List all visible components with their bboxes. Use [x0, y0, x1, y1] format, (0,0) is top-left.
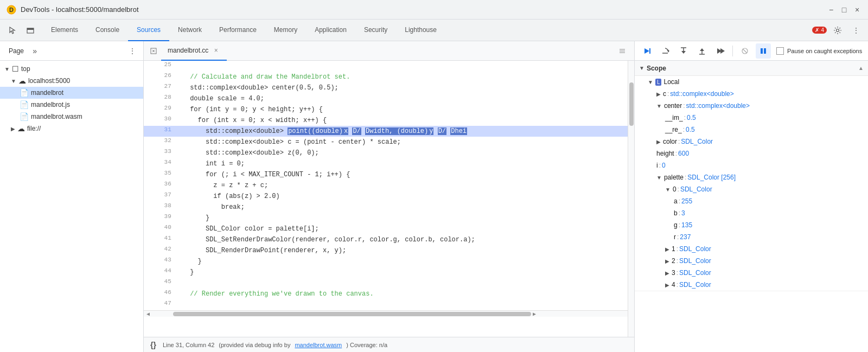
scope-item-height-row[interactable]: height : 600	[635, 148, 868, 159]
tab-network[interactable]: Network	[169, 20, 210, 41]
resume-button[interactable]	[639, 43, 654, 59]
tree-item-mandelbrot-js[interactable]: 📄 mandelbrot.js	[0, 99, 143, 111]
page-tab[interactable]: Page	[4, 45, 28, 57]
scope-local-row[interactable]: ▼ L Local	[635, 76, 868, 87]
line-num-38[interactable]: 38	[144, 202, 180, 213]
scope-item-c-row[interactable]: ▶ c : std::complex<double>	[635, 88, 868, 99]
line-num-36[interactable]: 36	[144, 180, 180, 191]
minimize-button[interactable]: −	[827, 5, 835, 14]
tab-elements[interactable]: Elements	[42, 20, 87, 41]
scope-item-palette-1-row[interactable]: ▶ 1 : SDL_Color	[635, 244, 868, 254]
cursor-icon[interactable]	[4, 23, 20, 38]
tree-arrow-top: ▼	[4, 66, 10, 72]
editor-tab-close-button[interactable]: ×	[212, 46, 220, 55]
editor-panel: mandelbrot.cc × 25 26	[144, 41, 635, 352]
line-num-25[interactable]: 25	[144, 61, 180, 72]
scroll-h-thumb[interactable]	[173, 312, 531, 316]
scope-item-r-row[interactable]: r : 237	[635, 232, 868, 242]
tree-item-localhost[interactable]: ▼ ☁ localhost:5000	[0, 75, 143, 87]
scope-item-b-row[interactable]: b : 3	[635, 208, 868, 219]
scope-item-center-row[interactable]: ▼ center : std::complex<double>	[635, 100, 868, 111]
tree-label-js: mandelbrot.js	[31, 101, 70, 108]
tab-sources[interactable]: Sources	[128, 20, 169, 41]
tree-item-top[interactable]: ▼ ☐ top	[0, 63, 143, 75]
maximize-button[interactable]: □	[840, 5, 848, 14]
line-num-31[interactable]: 31	[144, 126, 180, 137]
tab-console[interactable]: Console	[87, 20, 128, 41]
tree-item-file[interactable]: ▶ ☁ file://	[0, 123, 143, 135]
scope-item-im-row[interactable]: __im_ : 0.5	[635, 112, 868, 123]
scope-item-g-row[interactable]: g : 135	[635, 220, 868, 231]
line-num-35[interactable]: 35	[144, 169, 180, 180]
line-num-42[interactable]: 42	[144, 245, 180, 256]
scope-key-c: c	[663, 90, 666, 98]
format-button[interactable]: {}	[150, 341, 156, 349]
step-button[interactable]	[713, 43, 728, 59]
scope-collapse-icon[interactable]: ▲	[858, 65, 864, 71]
line-num-27[interactable]: 27	[144, 82, 180, 93]
code-scroll[interactable]: 25 26 // Calculate and draw the Mandelbr…	[144, 61, 628, 337]
scroll-left-arrow[interactable]: ◀	[145, 311, 151, 317]
line-num-28[interactable]: 28	[144, 93, 180, 104]
scope-panel[interactable]: ▼ Scope ▲ ▼ L Local ▶ c	[635, 61, 868, 352]
line-num-40[interactable]: 40	[144, 223, 180, 234]
step-into-button[interactable]	[676, 43, 691, 59]
devtools-tab-bar: Elements Console Sources Network Perform…	[0, 20, 868, 41]
more-options-icon[interactable]: ⋮	[848, 23, 864, 38]
code-line-47: 47	[144, 299, 628, 310]
tab-lighthouse[interactable]: Lighthouse	[396, 20, 445, 41]
code-area: 25 26 // Calculate and draw the Mandelbr…	[144, 61, 634, 337]
line-num-32[interactable]: 32	[144, 137, 180, 148]
tree-item-mandelbrot-cc[interactable]: 📄 mandelbrot	[0, 87, 143, 99]
line-num-44[interactable]: 44	[144, 267, 180, 278]
settings-icon[interactable]	[830, 23, 845, 38]
scope-item-palette-row[interactable]: ▼ palette : SDL_Color [256]	[635, 172, 868, 183]
pause-button[interactable]	[756, 43, 771, 59]
close-button[interactable]: ×	[853, 5, 861, 14]
line-num-47[interactable]: 47	[144, 299, 180, 310]
scope-item-palette-3-row[interactable]: ▶ 3 : SDL_Color	[635, 267, 868, 278]
line-num-39[interactable]: 39	[144, 213, 180, 223]
undock-icon[interactable]	[23, 23, 38, 38]
deactivate-breakpoints-button[interactable]	[737, 43, 752, 59]
scope-header[interactable]: ▼ Scope ▲	[635, 61, 868, 76]
tab-security[interactable]: Security	[355, 20, 396, 41]
line-num-29[interactable]: 29	[144, 104, 180, 115]
scope-item-color-row[interactable]: ▶ color : SDL_Color	[635, 136, 868, 147]
tab-memory[interactable]: Memory	[265, 20, 306, 41]
error-badge[interactable]: ✗ 4	[812, 27, 827, 34]
scope-item-i-row[interactable]: i : 0	[635, 160, 868, 171]
vertical-scrollbar[interactable]	[628, 61, 634, 337]
file-tree: ▼ ☐ top ▼ ☁ localhost:5000 📄 mandelbrot …	[0, 61, 143, 352]
line-num-43[interactable]: 43	[144, 256, 180, 267]
pause-exceptions-checkbox[interactable]	[776, 47, 784, 55]
line-num-46[interactable]: 46	[144, 289, 180, 299]
status-wasm-link[interactable]: mandelbrot.wasm	[295, 342, 342, 348]
line-num-45[interactable]: 45	[144, 278, 180, 289]
scope-item-re-row[interactable]: __re_ : 0.5	[635, 124, 868, 135]
editor-back-button[interactable]	[148, 46, 159, 56]
line-num-33[interactable]: 33	[144, 148, 180, 158]
tab-application[interactable]: Application	[306, 20, 355, 41]
line-num-26[interactable]: 26	[144, 72, 180, 82]
scroll-v-thumb[interactable]	[629, 82, 634, 126]
horizontal-scrollbar[interactable]: ◀ ▶	[144, 310, 628, 317]
more-tabs-button[interactable]: »	[28, 44, 41, 57]
scope-item-palette-2-row[interactable]: ▶ 2 : SDL_Color	[635, 255, 868, 266]
line-num-30[interactable]: 30	[144, 115, 180, 126]
editor-format-icon[interactable]	[615, 43, 630, 59]
line-num-41[interactable]: 41	[144, 234, 180, 245]
tab-performance[interactable]: Performance	[210, 20, 265, 41]
line-num-34[interactable]: 34	[144, 158, 180, 169]
editor-tab-mandelbrot-cc[interactable]: mandelbrot.cc ×	[161, 41, 227, 61]
step-over-button[interactable]	[658, 43, 673, 59]
scope-item-palette-0-row[interactable]: ▼ 0 : SDL_Color	[635, 184, 868, 195]
file-tree-kebab[interactable]: ⋮	[126, 44, 139, 57]
scope-key-i: i	[656, 162, 658, 169]
tree-item-mandelbrot-wasm[interactable]: 📄 mandelbrot.wasm	[0, 111, 143, 123]
step-out-button[interactable]	[694, 43, 710, 59]
scope-item-palette-4-row[interactable]: ▶ 4 : SDL_Color	[635, 279, 868, 290]
scroll-right-arrow[interactable]: ▶	[531, 311, 538, 317]
scope-item-a-row[interactable]: a : 255	[635, 196, 868, 207]
line-num-37[interactable]: 37	[144, 191, 180, 202]
